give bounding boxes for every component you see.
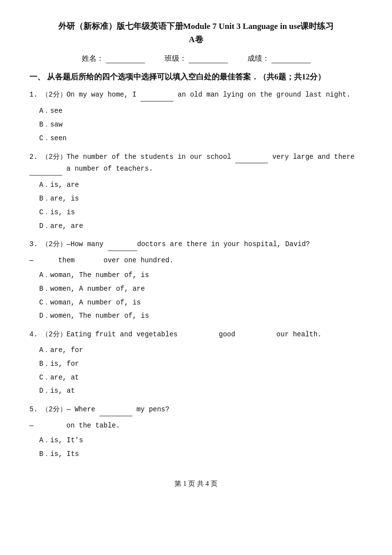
q1-score: （2分） bbox=[42, 91, 66, 99]
q2-option-c: C．is, is bbox=[39, 207, 363, 219]
q4-option-a: A．are, for bbox=[39, 345, 363, 356]
score-label: 成绩： bbox=[247, 54, 270, 63]
title-main: 外研（新标准）版七年级英语下册Module 7 Unit 3 Language … bbox=[29, 20, 363, 46]
q5-body: — Where my pens? bbox=[67, 405, 170, 413]
q5-subtext: — on the table. bbox=[29, 420, 363, 432]
q5-option-a: A．is, It's bbox=[39, 435, 363, 447]
q3-option-b: B．women, A number of, are bbox=[39, 283, 363, 295]
class-label: 班级： bbox=[165, 54, 187, 63]
q2-option-d: D．are, are bbox=[39, 221, 363, 232]
q1-options: A．see B．saw C．seen bbox=[39, 105, 363, 144]
q3-option-c: C．woman, A number of, is bbox=[39, 297, 363, 309]
q5-options: A．is, It's B．is, Its bbox=[39, 435, 363, 460]
q4-option-d: D．is, at bbox=[39, 385, 363, 397]
q4-number: 4. bbox=[29, 330, 42, 338]
info-score: 成绩： bbox=[247, 54, 311, 63]
section1-title: 一、 从各题后所给的四个选项中选择可以填入空白处的最佳答案．（共6题；共12分） bbox=[29, 72, 363, 82]
q4-score: （2分） bbox=[42, 330, 66, 338]
q4-body: Eating fruit and vegetables good our hea… bbox=[67, 330, 322, 338]
q2-options: A．is, are B．are, is C．is, is D．are, are bbox=[39, 179, 363, 232]
q5-option-b: B．is, Its bbox=[39, 449, 363, 460]
q1-body: On my way home, I an old man lying on th… bbox=[67, 91, 351, 99]
q2-body: The number of the students in our school… bbox=[29, 153, 355, 173]
score-field bbox=[271, 54, 311, 63]
q3-options: A．woman, The number of, is B．women, A nu… bbox=[39, 270, 363, 322]
q5-score: （2分） bbox=[42, 405, 66, 413]
q3-number: 3. bbox=[29, 240, 42, 248]
question-1-text: 1. （2分）On my way home, I an old man lyin… bbox=[29, 89, 363, 101]
q1-option-b: B．saw bbox=[39, 119, 363, 131]
question-1: 1. （2分）On my way home, I an old man lyin… bbox=[29, 89, 363, 144]
page-footer: 第 1 页 共 4 页 bbox=[29, 479, 363, 488]
question-3: 3. （2分）—How many doctors are there in yo… bbox=[29, 239, 363, 322]
q3-body: —How many doctors are there in your hosp… bbox=[67, 240, 310, 248]
q4-options: A．are, for B．is, for C．are, at D．is, at bbox=[39, 345, 363, 397]
q1-option-a: A．see bbox=[39, 105, 363, 117]
question-4-text: 4. （2分）Eating fruit and vegetables good … bbox=[29, 329, 363, 341]
info-class: 班级： bbox=[165, 54, 228, 63]
q4-option-b: B．is, for bbox=[39, 358, 363, 370]
question-5-text: 5. （2分）— Where my pens? bbox=[29, 404, 363, 416]
q3-option-d: D．women, The number of, is bbox=[39, 310, 363, 322]
question-3-text: 3. （2分）—How many doctors are there in yo… bbox=[29, 239, 363, 251]
info-row: 姓名： 班级： 成绩： bbox=[29, 54, 363, 63]
name-label: 姓名： bbox=[82, 54, 104, 63]
q1-option-c: C．seen bbox=[39, 133, 363, 145]
q3-score: （2分） bbox=[42, 240, 66, 248]
q2-option-a: A．is, are bbox=[39, 179, 363, 191]
q2-option-b: B．are, is bbox=[39, 193, 363, 205]
class-field bbox=[189, 54, 228, 63]
q2-number: 2. bbox=[29, 153, 42, 161]
question-2: 2. （2分）The number of the students in our… bbox=[29, 151, 363, 232]
question-2-text: 2. （2分）The number of the students in our… bbox=[29, 151, 363, 176]
q2-score: （2分） bbox=[42, 153, 66, 161]
q1-number: 1. bbox=[29, 91, 42, 99]
footer-text: 第 1 页 共 4 页 bbox=[174, 480, 218, 487]
q3-option-a: A．woman, The number of, is bbox=[39, 270, 363, 281]
name-field bbox=[106, 54, 145, 63]
question-4: 4. （2分）Eating fruit and vegetables good … bbox=[29, 329, 363, 397]
q5-number: 5. bbox=[29, 405, 42, 413]
title-line1: 外研（新标准）版七年级英语下册Module 7 Unit 3 Language … bbox=[29, 20, 363, 33]
info-name: 姓名： bbox=[82, 54, 145, 63]
q3-subtext: — them over one hundred. bbox=[29, 255, 363, 267]
question-5: 5. （2分）— Where my pens? — on the table. … bbox=[29, 404, 363, 460]
title-line2: A卷 bbox=[29, 33, 363, 46]
title-area: 外研（新标准）版七年级英语下册Module 7 Unit 3 Language … bbox=[29, 20, 363, 46]
q4-option-c: C．are, at bbox=[39, 372, 363, 384]
